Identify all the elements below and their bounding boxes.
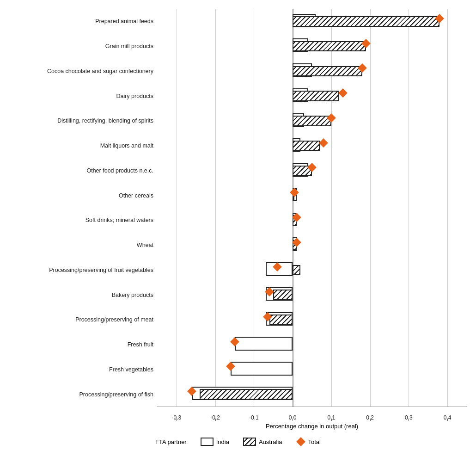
- bar-india-14: [231, 362, 293, 376]
- x-axis: -0.3-0.2-0.10.00.10.20.30.4: [157, 407, 467, 421]
- diamond-total-3: [338, 88, 348, 98]
- australia-label: Australia: [259, 438, 282, 445]
- total-diamond-icon: [296, 437, 305, 446]
- vline-1: [215, 9, 216, 407]
- legend-total: Total: [296, 437, 321, 446]
- tick-line-4: [331, 419, 332, 421]
- chart-area: Prepared animal feedsGrain mill products…: [9, 9, 467, 407]
- vline-6: [409, 9, 409, 407]
- y-label-9: Wheat: [9, 234, 153, 257]
- bar-australia-15: [200, 389, 293, 400]
- india-label: India: [216, 438, 229, 445]
- y-label-7: Other cereals: [9, 184, 153, 207]
- bar-australia-2: [293, 66, 362, 77]
- bar-australia-5: [293, 141, 320, 151]
- tick-line-3: [293, 419, 293, 421]
- bar-australia-12: [269, 315, 293, 325]
- x-axis-title: Percentage change in output (real): [157, 423, 467, 430]
- legend-australia: Australia: [243, 438, 282, 446]
- tick-line-0: [177, 419, 177, 421]
- total-label: Total: [308, 438, 321, 445]
- legend-india: India: [201, 438, 229, 446]
- legend: FTA partner India Australia Total: [9, 437, 467, 446]
- vline-0: [177, 9, 177, 407]
- chart-container: Prepared animal feedsGrain mill products…: [0, 0, 476, 469]
- y-label-1: Grain mill products: [9, 35, 153, 58]
- tick-line-6: [409, 419, 409, 421]
- bar-australia-11: [273, 290, 293, 300]
- bar-australia-0: [293, 16, 439, 27]
- y-label-10: Processing/preserving of fruit vegetable…: [9, 259, 153, 282]
- vline-7: [447, 9, 448, 407]
- y-axis-labels: Prepared animal feedsGrain mill products…: [9, 9, 157, 407]
- y-label-12: Processing/preserving of meat: [9, 309, 153, 332]
- india-icon: [201, 438, 214, 446]
- tick-line-2: [254, 419, 254, 421]
- bar-australia-10: [293, 265, 300, 276]
- y-label-11: Bakery products: [9, 284, 153, 307]
- australia-icon: [243, 438, 256, 446]
- vline-5: [370, 9, 371, 407]
- bar-australia-3: [293, 91, 339, 101]
- bar-australia-1: [293, 41, 366, 52]
- y-label-2: Cocoa chocolate and sugar confectionery: [9, 60, 153, 83]
- bar-india-13: [235, 337, 293, 351]
- y-label-6: Other food products n.e.c.: [9, 159, 153, 182]
- y-label-4: Distilling, rectifying, blending of spir…: [9, 110, 153, 133]
- diamond-total-5: [319, 138, 328, 148]
- y-label-3: Dairy products: [9, 85, 153, 108]
- diamond-total-7: [290, 188, 299, 197]
- y-label-0: Prepared animal feeds: [9, 10, 153, 33]
- tick-line-5: [370, 419, 371, 421]
- y-label-14: Fresh vegetables: [9, 358, 153, 381]
- y-label-5: Malt liquors and malt: [9, 135, 153, 158]
- tick-line-7: [447, 419, 448, 421]
- tick-line-1: [215, 419, 216, 421]
- bar-australia-4: [293, 116, 331, 126]
- y-label-15: Processing/preserving of fish: [9, 383, 153, 406]
- y-label-8: Soft drinks; mineral waters: [9, 209, 153, 232]
- y-label-13: Fresh fruit: [9, 333, 153, 357]
- fta-partner-label: FTA partner: [155, 438, 187, 445]
- plot-area: [157, 9, 467, 407]
